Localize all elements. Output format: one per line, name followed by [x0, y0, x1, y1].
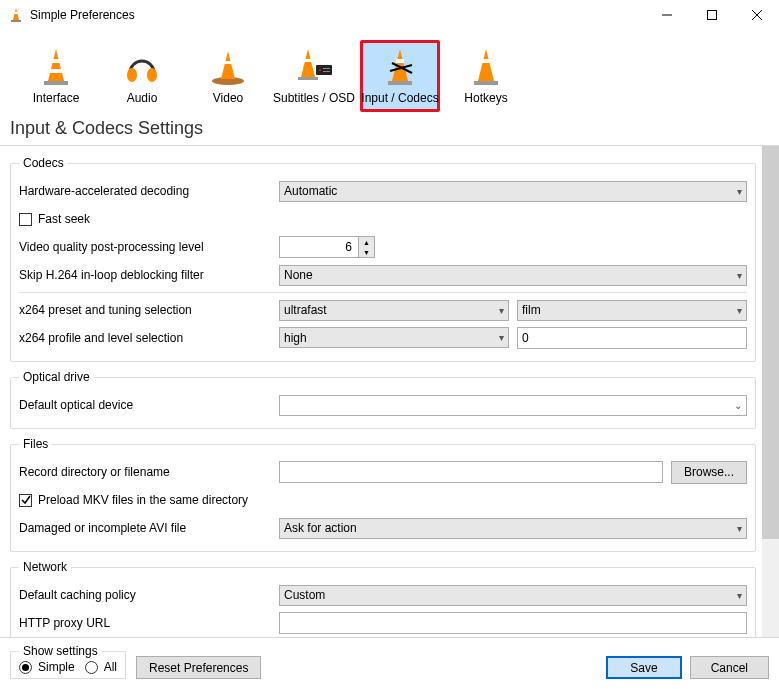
proxy-label: HTTP proxy URL [19, 616, 279, 630]
radio-icon [85, 661, 98, 674]
spinner-down-icon[interactable]: ▼ [359, 247, 374, 257]
optical-device-label: Default optical device [19, 398, 279, 412]
x264-tune-select[interactable]: film▾ [517, 300, 747, 321]
svg-marker-7 [48, 49, 64, 81]
tab-video[interactable]: Video [188, 40, 268, 112]
svg-rect-18 [298, 77, 318, 80]
hw-decoding-label: Hardware-accelerated decoding [19, 184, 279, 198]
tab-label: Video [213, 91, 243, 105]
all-radio[interactable]: All [85, 660, 117, 674]
svg-rect-21 [323, 68, 330, 69]
svg-rect-10 [44, 81, 68, 85]
window-title: Simple Preferences [30, 8, 644, 22]
post-level-spinner[interactable]: 6▲▼ [279, 236, 375, 258]
chevron-down-icon: ▾ [499, 305, 504, 316]
radio-icon [19, 661, 32, 674]
cone-icon [34, 45, 78, 89]
x264-level-input[interactable]: 0 [517, 327, 747, 349]
minimize-button[interactable] [644, 0, 689, 30]
checkbox-label: Fast seek [38, 212, 90, 226]
files-group: Files Record directory or filename Brows… [10, 437, 756, 552]
x264-profile-select[interactable]: high▾ [279, 327, 509, 348]
record-dir-input[interactable] [279, 461, 663, 483]
spinner-up-icon[interactable]: ▲ [359, 237, 374, 247]
tab-hotkeys[interactable]: Hotkeys [446, 40, 526, 112]
x264-preset-select[interactable]: ultrafast▾ [279, 300, 509, 321]
svg-rect-24 [396, 59, 404, 63]
skip-deblock-select[interactable]: None▾ [279, 265, 747, 286]
reset-preferences-button[interactable]: Reset Preferences [136, 656, 261, 679]
checkbox-label: Preload MKV files in the same directory [38, 493, 248, 507]
svg-rect-30 [474, 81, 498, 85]
network-group: Network Default caching policy Custom▾ H… [10, 560, 756, 637]
optical-group: Optical drive Default optical device ⌄ [10, 370, 756, 429]
cone-key-icon [464, 45, 508, 89]
tab-subtitles[interactable]: Subtitles / OSD [274, 40, 354, 112]
radio-label: Simple [38, 660, 75, 674]
tab-label: Input / Codecs [361, 91, 438, 105]
svg-rect-22 [323, 71, 330, 72]
page-title: Input & Codecs Settings [0, 114, 779, 145]
checkbox-icon [19, 213, 32, 226]
cone-zip-icon [378, 45, 422, 89]
tab-label: Hotkeys [464, 91, 507, 105]
simple-radio[interactable]: Simple [19, 660, 75, 674]
svg-marker-16 [301, 49, 315, 77]
select-value: Ask for action [284, 521, 357, 535]
tab-label: Interface [33, 91, 80, 105]
spinner-value: 6 [280, 240, 358, 254]
scrollbar-thumb[interactable] [762, 146, 779, 539]
tab-label: Audio [127, 91, 158, 105]
group-legend: Files [19, 437, 52, 451]
footer: Show settings Simple All Reset Preferenc… [0, 637, 779, 689]
browse-button[interactable]: Browse... [671, 461, 747, 484]
scrollbar[interactable] [762, 146, 779, 637]
button-label: Browse... [684, 465, 734, 479]
close-button[interactable] [734, 0, 779, 30]
select-value: None [284, 268, 313, 282]
optical-device-select[interactable]: ⌄ [279, 395, 747, 416]
post-level-label: Video quality post-processing level [19, 240, 279, 254]
cancel-button[interactable]: Cancel [690, 656, 769, 679]
svg-marker-14 [221, 51, 235, 79]
button-label: Reset Preferences [149, 661, 248, 675]
tab-audio[interactable]: Audio [102, 40, 182, 112]
hw-decoding-select[interactable]: Automatic▾ [279, 181, 747, 202]
group-legend: Show settings [19, 644, 102, 658]
input-value: 0 [522, 331, 529, 345]
fast-seek-checkbox[interactable]: Fast seek [19, 212, 90, 226]
preload-mkv-checkbox[interactable]: Preload MKV files in the same directory [19, 493, 248, 507]
svg-rect-17 [303, 59, 313, 62]
x264-profile-label: x264 profile and level selection [19, 331, 279, 345]
show-settings-group: Show settings Simple All [10, 644, 126, 679]
group-legend: Network [19, 560, 71, 574]
svg-marker-28 [478, 49, 494, 81]
tab-interface[interactable]: Interface [16, 40, 96, 112]
svg-rect-15 [224, 61, 232, 64]
svg-rect-1 [15, 12, 18, 14]
tab-label: Subtitles / OSD [273, 91, 355, 105]
select-value: Automatic [284, 184, 337, 198]
select-value: ultrafast [284, 303, 327, 317]
svg-point-11 [127, 68, 137, 82]
svg-rect-8 [52, 59, 60, 63]
svg-rect-2 [11, 20, 21, 22]
save-button[interactable]: Save [606, 656, 681, 679]
chevron-down-icon: ⌄ [734, 400, 742, 411]
maximize-button[interactable] [689, 0, 734, 30]
chevron-down-icon: ▾ [737, 305, 742, 316]
damaged-avi-select[interactable]: Ask for action▾ [279, 518, 747, 539]
select-value: high [284, 331, 307, 345]
codecs-group: Codecs Hardware-accelerated decoding Aut… [10, 156, 756, 362]
tab-input-codecs[interactable]: Input / Codecs [360, 40, 440, 112]
proxy-input[interactable] [279, 612, 747, 634]
category-tabs: Interface Audio Video Subtitles / OSD In… [0, 30, 779, 114]
cone-reel-icon [206, 45, 250, 89]
chevron-down-icon: ▾ [499, 332, 504, 343]
caching-select[interactable]: Custom▾ [279, 585, 747, 606]
chevron-down-icon: ▾ [737, 186, 742, 197]
checkbox-icon [19, 494, 32, 507]
group-legend: Codecs [19, 156, 68, 170]
svg-rect-25 [388, 81, 412, 85]
svg-point-20 [319, 69, 321, 71]
